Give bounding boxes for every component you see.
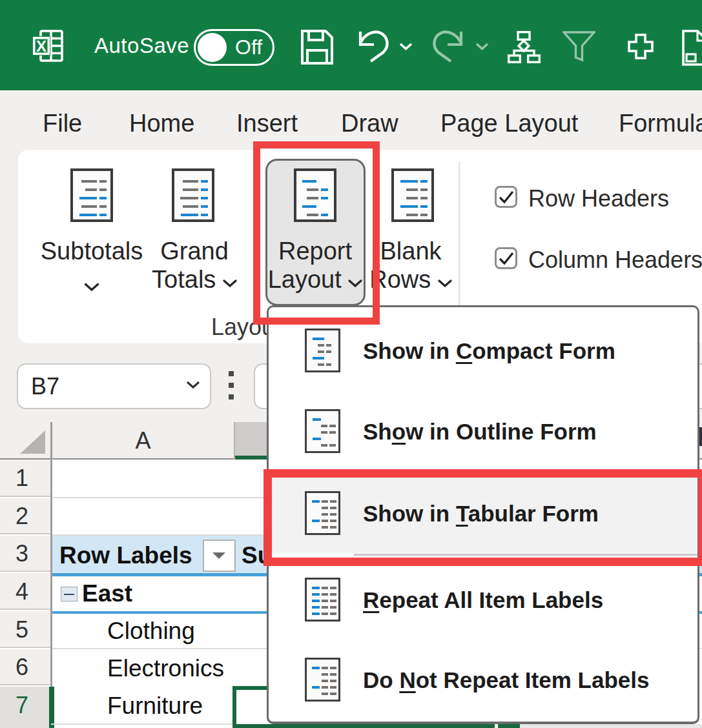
svg-text:X: X	[36, 37, 46, 55]
